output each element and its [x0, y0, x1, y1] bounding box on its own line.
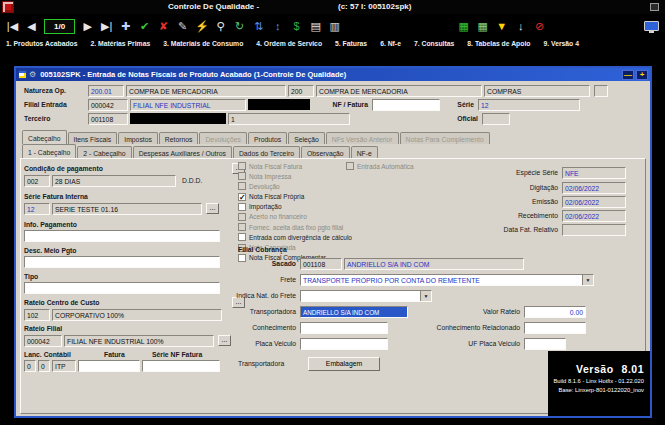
- add-icon[interactable]: ✚: [119, 16, 132, 36]
- desc-meio-pgto-field[interactable]: [24, 256, 220, 268]
- subtab-dados-terceiro[interactable]: Dados do Terceiro: [233, 146, 300, 158]
- valor-rateio-field[interactable]: 0.00: [524, 306, 586, 318]
- serie-fatura-code-field[interactable]: 12: [24, 203, 50, 215]
- grid-icon[interactable]: ▦: [457, 16, 470, 36]
- subtab-nfe[interactable]: NF-e: [351, 146, 378, 158]
- menu-faturas[interactable]: 5. Faturas: [335, 38, 367, 50]
- checkbox-box[interactable]: [238, 203, 246, 211]
- serie-field[interactable]: 12: [478, 99, 580, 111]
- chevron-down-icon[interactable]: ▼: [420, 291, 431, 301]
- report-icon[interactable]: ▤: [309, 16, 322, 36]
- terceiro-code-field[interactable]: 001108: [88, 113, 128, 125]
- checkbox-divergencia-calculo[interactable]: Entrada com divergência de cálculo: [238, 233, 352, 241]
- conhecimento-field[interactable]: [300, 322, 388, 334]
- digitacao-field[interactable]: 02/06/2022: [562, 182, 626, 194]
- confirm-icon[interactable]: ✔: [138, 16, 151, 36]
- redacted-field[interactable]: [130, 113, 226, 124]
- filial-code-field[interactable]: 000042: [88, 99, 128, 111]
- tab-impostos[interactable]: Impostos: [118, 132, 158, 144]
- nav-first-icon[interactable]: |◀: [6, 16, 19, 36]
- embalagem-button[interactable]: Embalagem: [308, 357, 380, 371]
- natureza-flag-field[interactable]: [594, 85, 608, 97]
- filial-desc-field[interactable]: FILIAL NFE INDUSTRIAL: [130, 99, 246, 111]
- wrench-icon[interactable]: ⚙: [29, 70, 36, 79]
- lanc-field-3[interactable]: ITP: [52, 360, 76, 372]
- checkbox-fornec-dias-fixo[interactable]: Fornec. aceita dias fixo pgto filial: [238, 223, 352, 231]
- grid-alt-icon[interactable]: ▦: [476, 16, 489, 36]
- nav-next-icon[interactable]: ▶: [81, 16, 94, 36]
- edit-icon[interactable]: ✎: [176, 16, 189, 36]
- restore-button[interactable]: +: [636, 70, 648, 80]
- rateio-cc-code-field[interactable]: 102: [24, 309, 50, 321]
- transportadora-field[interactable]: ANDRIELLO S/A IND COM: [300, 306, 408, 318]
- checkbox-box[interactable]: [238, 223, 246, 231]
- finance-icon[interactable]: $: [290, 16, 303, 36]
- sacado-code-field[interactable]: 001108: [300, 258, 342, 270]
- window-corner-icon[interactable]: [650, 3, 659, 11]
- emissao-field[interactable]: 02/06/2022: [562, 196, 626, 208]
- stop-icon[interactable]: ⊘: [533, 16, 546, 36]
- refresh-icon[interactable]: ↻: [233, 16, 246, 36]
- execute-icon[interactable]: ⚡: [195, 16, 208, 36]
- checkbox-box[interactable]: [238, 233, 246, 241]
- natureza-desc-field[interactable]: COMPRA DE MERCADORIA: [126, 85, 286, 97]
- checkbox-nota-impressa[interactable]: Nota Impressa: [238, 172, 352, 180]
- subtab-2-cabecalho[interactable]: 2 - Cabeçalho: [77, 146, 131, 158]
- export-icon[interactable]: ↓: [514, 16, 527, 36]
- search-icon[interactable]: ⚲: [214, 16, 227, 36]
- data-fat-relativo-field[interactable]: [562, 224, 626, 236]
- tab-produtos[interactable]: Produtos: [248, 132, 287, 144]
- checkbox-nota-fiscal-fatura[interactable]: Nota Fiscal Fatura: [238, 162, 352, 170]
- checkbox-box[interactable]: [238, 162, 246, 170]
- lanc-field-2[interactable]: 0: [38, 360, 50, 372]
- tab-cabecalho[interactable]: Cabeçalho: [22, 130, 67, 144]
- tab-devolucoes[interactable]: Devoluções: [199, 132, 247, 144]
- checkbox-box[interactable]: [238, 213, 246, 221]
- minimize-button[interactable]: —: [622, 70, 634, 80]
- checkbox-entrada-automatica[interactable]: Entrada Automática: [346, 162, 414, 170]
- menu-materias-primas[interactable]: 2. Matérias Primas: [91, 38, 151, 50]
- tipo-field[interactable]: [24, 282, 220, 294]
- condicao-desc-field[interactable]: 28 DIAS: [52, 175, 176, 187]
- terceiro-qty-field[interactable]: 1: [228, 113, 350, 125]
- subtab-1-cabecalho[interactable]: 1 - Cabeçalho: [22, 144, 76, 158]
- checkbox-box[interactable]: [238, 182, 246, 190]
- redacted-field[interactable]: [248, 99, 310, 110]
- rateio-filial-code-field[interactable]: 000042: [24, 335, 62, 347]
- condicao-code-field[interactable]: 002: [24, 175, 50, 187]
- recebimento-field[interactable]: 02/06/2022: [562, 210, 626, 222]
- serie-nf-fatura-field[interactable]: [142, 360, 220, 372]
- menu-versao-4[interactable]: 9. Versão 4: [543, 38, 579, 50]
- checkbox-importacao[interactable]: Importação: [238, 203, 352, 211]
- oficial-field[interactable]: [482, 113, 510, 125]
- subtab-despesas[interactable]: Despesas Auxiliares / Outros: [133, 146, 232, 158]
- checkbox-nota-fiscal-propria[interactable]: Nota Fiscal Própria: [238, 193, 352, 201]
- rateio-filial-desc-field[interactable]: FILIAL NFE INDUSTRIAL 100%: [64, 335, 214, 347]
- terminal-icon[interactable]: [644, 21, 659, 31]
- lanc-field-1[interactable]: 0: [24, 360, 36, 372]
- menu-materiais-consumo[interactable]: 3. Materiais de Consumo: [163, 38, 243, 50]
- tab-notas-para-complemento[interactable]: Notas Para Complemento: [400, 132, 490, 144]
- placa-veiculo-field[interactable]: [300, 338, 388, 350]
- subtab-observacao[interactable]: Observação: [301, 146, 350, 158]
- frete-dropdown[interactable]: TRANSPORTE PRÓPRIO POR CONTA DO REMETENT…: [300, 274, 594, 286]
- chevron-down-icon[interactable]: ▼: [582, 275, 593, 285]
- checkbox-box[interactable]: [238, 193, 246, 201]
- natureza-group-field[interactable]: COMPRAS: [484, 85, 590, 97]
- serie-fatura-browse-button[interactable]: ...: [206, 203, 219, 214]
- tab-nfs-versao-anterior[interactable]: NFs Versão Anterior: [326, 132, 399, 144]
- tab-itens-fiscais[interactable]: Itens Fiscais: [68, 132, 118, 144]
- nav-last-icon[interactable]: ▶|: [100, 16, 113, 36]
- sort-icon[interactable]: ↕: [271, 16, 284, 36]
- natureza-code-field[interactable]: 200.01: [88, 85, 124, 97]
- natureza-desc-right-field[interactable]: COMPRA DE MERCADORIA: [316, 85, 482, 97]
- serie-fatura-desc-field[interactable]: SERIE TESTE 01.16: [52, 203, 202, 215]
- menu-ordem-servico[interactable]: 4. Ordem de Servico: [256, 38, 322, 50]
- indica-nat-frete-dropdown[interactable]: ▼: [300, 290, 432, 302]
- sacado-name-field[interactable]: ANDRIELLO S/A IND COM: [344, 258, 524, 270]
- fatura-field[interactable]: [78, 360, 140, 372]
- natureza-code-right-field[interactable]: 200: [288, 85, 314, 97]
- conhecimento-relacionado-field[interactable]: [524, 322, 586, 334]
- checkbox-box[interactable]: [238, 172, 246, 180]
- checkbox-devolucao[interactable]: Devolução: [238, 182, 352, 190]
